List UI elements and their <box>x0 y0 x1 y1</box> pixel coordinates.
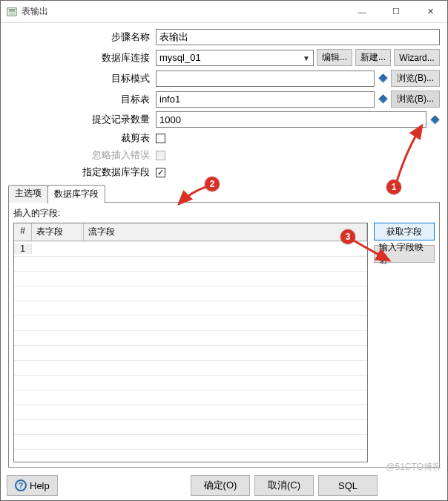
grid-body[interactable]: 1 <box>14 241 367 462</box>
table-row[interactable]: 1 <box>14 241 367 256</box>
side-buttons: 获取字段 输入字段映射 <box>374 223 435 462</box>
tab-bar: 主选项 数据库字段 <box>8 185 440 203</box>
checkbox-ignore-errors <box>156 151 165 160</box>
window-title: 表输出 <box>22 5 48 18</box>
svg-rect-3 <box>9 12 16 13</box>
row-target-table: 目标表 浏览(B)... <box>8 91 440 108</box>
row-specify-fields: 指定数据库字段 ✓ <box>8 166 440 179</box>
field-mapping-button[interactable]: 输入字段映射 <box>374 245 435 263</box>
grid-caption: 插入的字段: <box>13 207 435 220</box>
input-step-name[interactable] <box>156 29 440 45</box>
browse-table-button[interactable]: 浏览(B)... <box>391 91 440 108</box>
close-button[interactable]: ✕ <box>413 1 447 23</box>
row-truncate: 裁剪表 <box>8 131 440 145</box>
tab-panel: 插入的字段: # 表字段 流字段 1 <box>8 203 440 468</box>
input-target-schema[interactable] <box>156 71 375 87</box>
dialog-content: 步骤名称 数据库连接 mysql_01 ▼ 编辑... 新建... Wizard… <box>1 23 447 471</box>
get-fields-button[interactable]: 获取字段 <box>374 223 435 240</box>
col-table-field: 表字段 <box>32 223 84 240</box>
tab-db-fields[interactable]: 数据库字段 <box>47 185 105 203</box>
input-commit-size[interactable] <box>156 111 426 128</box>
tab-main[interactable]: 主选项 <box>8 185 48 203</box>
col-stream-field: 流字段 <box>84 223 367 240</box>
label-db-conn: 数据库连接 <box>8 51 153 65</box>
title-bar: 表输出 — ☐ ✕ <box>1 1 447 23</box>
checkbox-truncate[interactable] <box>156 134 165 143</box>
label-target-table: 目标表 <box>8 93 153 106</box>
title-bar-left: 表输出 <box>7 5 48 18</box>
chevron-down-icon: ▼ <box>303 53 310 62</box>
label-commit-size: 提交记录数量 <box>8 113 153 126</box>
form: 步骤名称 数据库连接 mysql_01 ▼ 编辑... 新建... Wizard… <box>8 29 440 179</box>
grid-header: # 表字段 流字段 <box>14 223 367 241</box>
help-label: Help <box>30 480 50 491</box>
browse-schema-button[interactable]: 浏览(B)... <box>391 70 440 87</box>
label-step-name: 步骤名称 <box>8 30 153 44</box>
ok-button[interactable]: 确定(O) <box>191 475 250 496</box>
svg-rect-4 <box>9 13 16 14</box>
col-num: # <box>14 223 32 240</box>
variable-icon[interactable] <box>378 71 388 87</box>
help-icon: ? <box>15 479 27 491</box>
fields-grid[interactable]: # 表字段 流字段 1 <box>13 223 368 462</box>
row-step-name: 步骤名称 <box>8 29 440 45</box>
sql-button[interactable]: SQL <box>318 475 378 496</box>
variable-icon[interactable] <box>378 91 388 108</box>
row-target-schema: 目标模式 浏览(B)... <box>8 70 440 87</box>
row-db-conn: 数据库连接 mysql_01 ▼ 编辑... 新建... Wizard... <box>8 49 440 66</box>
minimize-button[interactable]: — <box>345 1 379 23</box>
select-db-conn[interactable]: mysql_01 ▼ <box>156 50 314 66</box>
label-specify-fields: 指定数据库字段 <box>8 166 153 179</box>
cell-num: 1 <box>14 243 32 254</box>
cancel-button[interactable]: 取消(C) <box>254 475 314 496</box>
dialog-window: 表输出 — ☐ ✕ 步骤名称 数据库连接 mysql_01 ▼ 编辑... 新建… <box>0 0 448 501</box>
variable-icon[interactable] <box>429 111 440 128</box>
edit-connection-button[interactable]: 编辑... <box>317 49 352 66</box>
window-buttons: — ☐ ✕ <box>345 1 447 23</box>
help-button[interactable]: ? Help <box>7 475 58 496</box>
checkbox-specify-fields[interactable]: ✓ <box>156 168 165 177</box>
label-ignore-errors: 忽略插入错误 <box>8 148 153 162</box>
svg-rect-2 <box>9 11 16 12</box>
dialog-footer: ? Help 确定(O) 取消(C) SQL <box>1 471 447 500</box>
input-target-table[interactable] <box>156 91 375 108</box>
maximize-button[interactable]: ☐ <box>379 1 413 23</box>
row-commit-size: 提交记录数量 <box>8 111 440 128</box>
wizard-button[interactable]: Wizard... <box>394 49 440 66</box>
tabpanel-inner: # 表字段 流字段 1 获取字段 输入字段映射 <box>13 223 435 462</box>
window-icon <box>7 7 17 17</box>
label-truncate: 裁剪表 <box>8 131 153 145</box>
svg-rect-1 <box>9 9 16 10</box>
new-connection-button[interactable]: 新建... <box>355 49 391 66</box>
row-ignore-errors: 忽略插入错误 <box>8 148 440 162</box>
select-db-conn-value: mysql_01 <box>159 52 201 63</box>
label-target-schema: 目标模式 <box>8 72 153 85</box>
